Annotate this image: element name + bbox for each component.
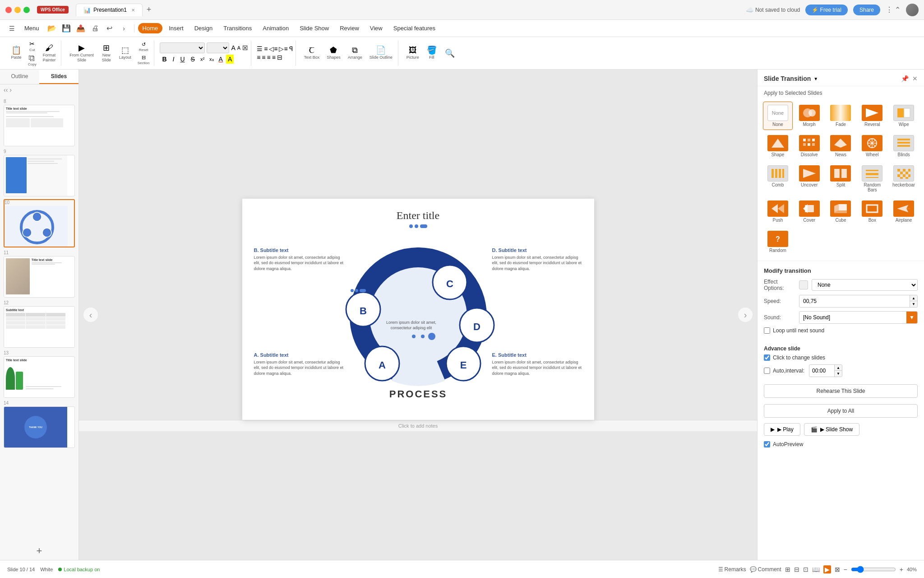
slideshow-button[interactable]: 🎬 ▶ Slide Show [804, 423, 859, 436]
sound-dropdown-button[interactable]: ▼ [906, 312, 917, 323]
hamburger-menu-icon[interactable]: ☰ [5, 22, 18, 35]
transition-push[interactable]: Push [763, 197, 793, 226]
view-normal-icon[interactable]: ⊞ [785, 566, 790, 573]
export-icon[interactable]: 📤 [74, 22, 87, 35]
new-slide-button[interactable]: ⊞ New Slide [98, 42, 115, 64]
superscript-button[interactable]: x² [199, 56, 206, 63]
transition-shape[interactable]: Shape [763, 132, 793, 160]
free-trial-button[interactable]: ⚡ Free trial [805, 5, 848, 15]
fullscreen-button[interactable] [23, 7, 30, 13]
zoom-out-icon[interactable]: − [844, 566, 847, 573]
decrease-font-icon[interactable]: A [237, 45, 240, 51]
transition-random[interactable]: ? Random [763, 228, 793, 256]
sound-input[interactable] [799, 312, 906, 323]
share-button[interactable]: Share [853, 5, 880, 15]
transition-fade[interactable]: Fade [826, 102, 856, 130]
text-direction-icon[interactable]: ꟼ [289, 45, 293, 52]
open-file-icon[interactable]: 📂 [46, 22, 58, 35]
section-button[interactable]: ⊟ Section [136, 54, 152, 66]
next-slide-button[interactable]: › [738, 308, 753, 322]
transition-cube[interactable]: Cube [826, 197, 856, 226]
menu-item-home[interactable]: Home [138, 23, 163, 33]
speed-decrement-button[interactable]: ▼ [910, 301, 917, 307]
notes-bar[interactable]: Click to add notes [79, 420, 757, 431]
search-button[interactable]: 🔍 [442, 48, 458, 59]
menu-item-animation[interactable]: Animation [258, 23, 293, 33]
slides-tab[interactable]: Slides [39, 70, 79, 84]
text-box-button[interactable]: Ꞇ Text Box [301, 45, 323, 61]
slide-thumb-9[interactable]: 9 [4, 149, 75, 196]
autopreview-checkbox[interactable] [764, 441, 770, 447]
transition-none[interactable]: None None [763, 102, 793, 130]
auto-checkbox[interactable] [764, 368, 770, 374]
click-checkbox[interactable] [764, 354, 770, 361]
transition-cover[interactable]: Cover [795, 197, 824, 226]
outline-tab[interactable]: Outline [0, 70, 39, 84]
transition-news[interactable]: News [826, 132, 856, 160]
transition-randombars[interactable]: Random Bars [857, 162, 887, 196]
speed-increment-button[interactable]: ▲ [910, 295, 917, 301]
view-grid-icon[interactable]: ⊡ [803, 566, 808, 573]
transition-wipe[interactable]: Wipe [889, 102, 919, 130]
more-menu-icon[interactable]: › [118, 22, 130, 35]
increase-font-icon[interactable]: A [231, 44, 235, 51]
prev-slide-button[interactable]: ‹ [83, 308, 98, 322]
speed-input[interactable] [799, 295, 910, 307]
slide-thumb-12[interactable]: 12 Subtitle text [4, 300, 75, 348]
font-size-select[interactable] [207, 42, 229, 53]
numbered-list-icon[interactable]: ≡ [264, 45, 268, 52]
arrange-button[interactable]: ⧉ Arrange [345, 45, 365, 61]
fit-to-window-icon[interactable]: ⊠ [835, 566, 840, 573]
align-justify-icon[interactable]: ≡ [272, 54, 276, 61]
transition-blinds[interactable]: Blinds [889, 132, 919, 160]
panel-nav-left-icon[interactable]: ‹‹ [4, 86, 8, 93]
indent-increase-icon[interactable]: ▷≡ [279, 45, 287, 52]
highlight-button[interactable]: A [226, 55, 234, 64]
pin-icon[interactable]: 📌 [901, 75, 909, 82]
align-left-icon[interactable]: ≡ [257, 54, 260, 61]
zoom-in-icon[interactable]: + [900, 566, 903, 573]
transition-comb[interactable]: Comb [763, 162, 793, 196]
underline-button[interactable]: U [178, 55, 187, 64]
transition-dissolve[interactable]: Dissolve [795, 132, 824, 160]
menu-item-slideshow[interactable]: Slide Show [295, 23, 333, 33]
align-right-icon[interactable]: ≡ [267, 54, 270, 61]
kebab-menu-icon[interactable]: ⋮ [886, 5, 893, 14]
auto-increment-button[interactable]: ▲ [835, 365, 842, 371]
transition-morph[interactable]: Morph [795, 102, 824, 130]
slide-outline-button[interactable]: 📄 Slide Outline [367, 45, 395, 61]
fill-button[interactable]: 🪣 Fill [424, 45, 440, 61]
comment-button[interactable]: 💬 Comment [750, 566, 781, 573]
strikethrough-button[interactable]: S [189, 55, 197, 64]
remarks-button[interactable]: ☰ Remarks [718, 566, 746, 573]
rehearse-button[interactable]: Rehearse This Slide [764, 384, 918, 398]
effect-select[interactable]: None [812, 279, 918, 291]
close-button[interactable] [5, 7, 12, 13]
menu-item-design[interactable]: Design [190, 23, 217, 33]
play-from-start-icon[interactable]: ▶ [823, 565, 831, 573]
indent-decrease-icon[interactable]: ◁≡ [269, 45, 277, 52]
layout-button[interactable]: ⬚ Layout [116, 45, 134, 61]
slide-thumb-14[interactable]: 14 THANK YOU [4, 401, 75, 448]
transition-wheel[interactable]: Wheel [857, 132, 887, 160]
menu-item-special[interactable]: Special features [389, 23, 440, 33]
effect-color-swatch[interactable] [799, 280, 808, 289]
bullet-list-icon[interactable]: ☰ [257, 45, 263, 52]
avatar[interactable] [906, 4, 919, 16]
close-panel-icon[interactable]: ✕ [912, 75, 918, 82]
undo-icon[interactable]: ↩ [103, 22, 116, 35]
transition-airplane[interactable]: Airplane [889, 197, 919, 226]
copy-button[interactable]: ⿻ Copy [26, 54, 38, 67]
print-icon[interactable]: 🖨 [89, 22, 102, 35]
zoom-slider[interactable] [851, 566, 896, 573]
columns-icon[interactable]: ⊟ [277, 54, 282, 61]
save-icon[interactable]: 💾 [60, 22, 73, 35]
slide-thumb-13[interactable]: 13 Title text slide [4, 350, 75, 398]
auto-decrement-button[interactable]: ▼ [835, 371, 842, 377]
clear-format-icon[interactable]: ☒ [242, 44, 248, 51]
menu-item-menu[interactable]: Menu [20, 23, 44, 33]
font-color-button[interactable]: A [217, 55, 225, 64]
shapes-button[interactable]: ⬟ Shapes [324, 45, 343, 61]
format-painter-button[interactable]: 🖌 Format Painter [40, 42, 59, 64]
slide-thumb-10[interactable]: 10 [4, 199, 75, 247]
